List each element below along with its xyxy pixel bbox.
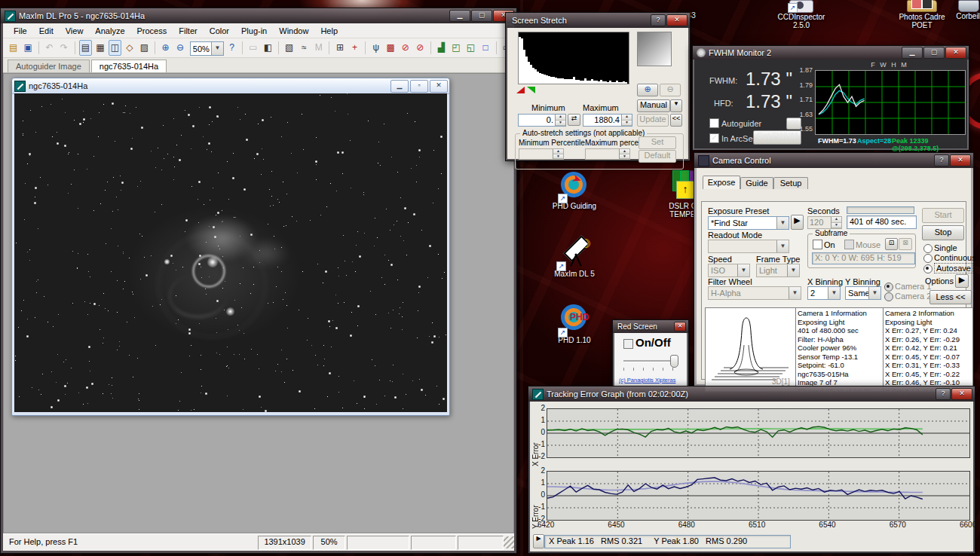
desktop-icon-photos-cadre[interactable]: Photos Cadre POET [894, 0, 950, 29]
speed-dropdown[interactable]: ISO▼ [708, 264, 750, 277]
maximize-button[interactable]: ▢ [471, 10, 492, 22]
camera1-radio[interactable] [884, 283, 893, 292]
nebula-image[interactable] [14, 93, 447, 412]
arcsecs-checkbox[interactable]: ✓ [709, 133, 719, 143]
screen-stretch-titlebar[interactable]: Screen Stretch ? ✕ [506, 13, 690, 29]
minimum-spinner[interactable]: 0.▲▼ [518, 114, 566, 127]
filter-wheel-dropdown[interactable]: H-Alpha▼ [708, 286, 801, 300]
menu-filter[interactable]: Filter [173, 25, 203, 37]
menu-help[interactable]: Help [314, 25, 344, 37]
brightness-slider-track[interactable] [623, 360, 676, 362]
screen-stretch-icon[interactable]: ▤ [79, 40, 93, 56]
subframe-clear-button[interactable]: ⊠ [899, 238, 912, 250]
max-percentile-spinner[interactable]: ▲▼ [585, 148, 630, 160]
measure-icon[interactable]: ▭ [247, 40, 260, 56]
play-button[interactable]: ▶ [533, 534, 544, 548]
maxim-titlebar[interactable]: MaxIm DL Pro 5 - ngc7635-014Ha ▁ ▢ ✕ [1, 8, 516, 24]
desktop-icon-ccdinspector[interactable]: ↗ CCDInspector 2.5.0 [776, 0, 826, 29]
tab-ngc7635-014ha[interactable]: ngc7635-014Ha [91, 60, 167, 72]
camera2-radio[interactable] [884, 292, 893, 301]
less-button[interactable]: Less << [929, 290, 972, 304]
frame-type-dropdown[interactable]: Light▼ [756, 264, 800, 277]
minimize-button[interactable]: ▁ [449, 10, 470, 22]
subframe-pick-button[interactable]: ⊡ [885, 238, 898, 250]
tile-windows-icon[interactable]: ◰ [449, 40, 463, 56]
red-screen-titlebar[interactable]: Red Screen ✕ [613, 320, 688, 334]
tab-autoguider-image[interactable]: Autoguider Image [8, 60, 90, 72]
desktop-icon-phd-guiding[interactable]: ➤ ↗ PHD Guiding [552, 170, 597, 210]
fwhm-titlebar[interactable]: FWHM Monitor 2 ▁ ▢ ✕ [693, 46, 969, 60]
start-button[interactable]: Start [922, 208, 964, 223]
set-button[interactable]: Set [639, 136, 676, 149]
min-marker-icon[interactable] [516, 87, 525, 93]
child-close-button[interactable]: ✕ [430, 80, 448, 93]
close-button[interactable]: ✕ [945, 47, 966, 59]
statistics-icon[interactable]: ▟ [435, 40, 449, 56]
default-button[interactable]: Default [639, 150, 676, 163]
stretch-histogram[interactable] [518, 32, 629, 84]
y-binning-dropdown[interactable]: Same▼ [845, 286, 881, 300]
brightness-slider-thumb[interactable] [670, 355, 678, 368]
m-tool-icon[interactable]: M [312, 40, 326, 56]
tab-expose[interactable]: Expose [703, 176, 740, 189]
resize-grip[interactable] [504, 536, 514, 548]
minimize-button[interactable]: ▁ [902, 47, 923, 59]
pin-icon[interactable]: ◇ [123, 40, 136, 56]
subframe-on-checkbox[interactable] [813, 240, 822, 249]
child-restore-button[interactable]: ▫ [410, 80, 428, 93]
swap-button[interactable]: ⇄ [568, 114, 580, 126]
zoom-level-dropdown[interactable]: 50%▼ [190, 41, 222, 54]
open-icon[interactable]: ▤ [7, 40, 20, 56]
close-button[interactable]: ✕ [950, 154, 971, 166]
stretch-mode-dropdown[interactable]: Manual [637, 99, 670, 112]
stop-button[interactable]: Stop [922, 225, 964, 240]
tab-setup[interactable]: Setup [773, 177, 808, 189]
max-marker-icon[interactable] [527, 87, 535, 93]
new-window-icon[interactable]: □ [479, 40, 492, 56]
zoom-in-icon[interactable]: ⊕ [159, 40, 173, 56]
clean-icon[interactable]: ψ [369, 40, 383, 56]
menu-process[interactable]: Process [131, 25, 173, 37]
menu-color[interactable]: Color [204, 25, 235, 37]
menu-plug-in[interactable]: Plug-in [235, 25, 273, 37]
tab-guide[interactable]: Guide [740, 177, 773, 189]
histogram-zoom-in-button[interactable]: ⊕ [637, 84, 658, 96]
close-button[interactable]: ✕ [666, 14, 688, 26]
mouse-checkbox[interactable] [844, 240, 854, 249]
autosave-radio[interactable] [923, 264, 933, 273]
get-fwhm-button[interactable]: Get FWHM [753, 130, 801, 145]
copy-icon[interactable]: ⊞ [333, 40, 347, 56]
menu-file[interactable]: File [8, 25, 33, 37]
close-button[interactable]: ✕ [951, 388, 972, 400]
child-minimize-button[interactable]: ▁ [390, 80, 409, 93]
tracking-titlebar[interactable]: Tracking Error Graph (from 02:02:00Z) ? … [528, 386, 975, 402]
image-window-titlebar[interactable]: ngc7635-014Ha ▁ ▫ ✕ [12, 78, 449, 94]
flip-icon[interactable]: ◫ [109, 40, 122, 56]
autoguider-checkbox[interactable] [709, 118, 719, 128]
onoff-checkbox[interactable] [623, 339, 633, 349]
continuous-radio[interactable] [923, 254, 933, 263]
undo-icon[interactable]: ↶ [43, 40, 57, 56]
help-button[interactable]: ? [934, 154, 949, 166]
crosshair-icon[interactable]: + [348, 40, 362, 56]
exposure-preset-dropdown[interactable]: *Find Star▼ [708, 216, 789, 230]
readout-mode-dropdown[interactable]: ▼ [708, 240, 789, 253]
zoom-out-icon[interactable]: ⊖ [173, 40, 187, 56]
help-button[interactable]: ? [936, 388, 951, 400]
menu-view[interactable]: View [60, 25, 90, 37]
update-button[interactable]: Update [637, 114, 669, 127]
desktop-icon-phd-110[interactable]: PHD ↗ PHD 1.10 [552, 303, 597, 344]
help-button[interactable]: ? [651, 14, 666, 26]
maximize-button[interactable]: ▢ [923, 47, 945, 59]
camera-control-titlebar[interactable]: Camera Control ? ✕ [694, 153, 973, 169]
preset-expand-button[interactable]: ▶ [791, 215, 804, 230]
stretch-mode-arrow[interactable]: ▼ [670, 99, 682, 112]
menu-edit[interactable]: Edit [33, 25, 60, 37]
desktop-icon-maxim-dl5[interactable]: ☽ ↗ MaxIm DL 5 [550, 238, 599, 278]
menu-analyze[interactable]: Analyze [89, 25, 130, 37]
calibration-icon[interactable]: ◧ [262, 40, 275, 56]
context-help-icon[interactable]: ? [225, 40, 239, 56]
maximum-spinner[interactable]: 1880.4▲▼ [583, 114, 632, 127]
menu-window[interactable]: Window [273, 25, 314, 37]
desktop-icon-recycle-bin[interactable]: Corbeil [951, 0, 980, 20]
